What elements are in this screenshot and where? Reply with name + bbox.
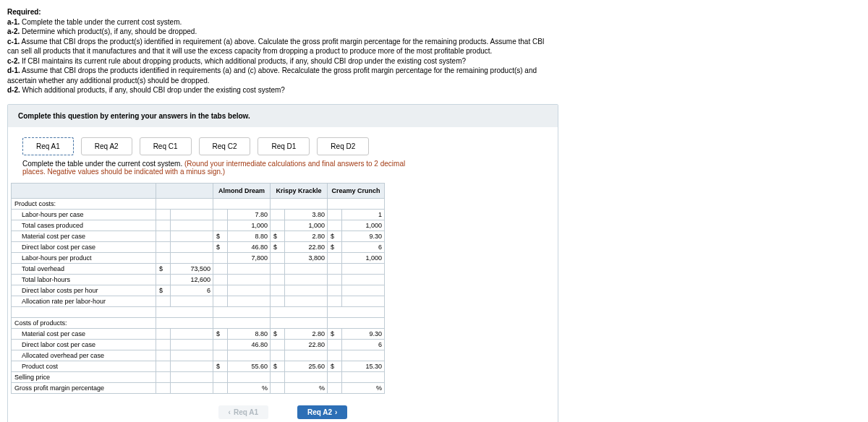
col-creamy: Creamy Crunch [328, 183, 385, 198]
col-krispy: Krispy Krackle [271, 183, 328, 198]
tab-req-d2[interactable]: Req D2 [317, 137, 369, 155]
tab-note: Complete the table under the current cos… [8, 158, 558, 183]
next-button[interactable]: Req A2 › [297, 405, 347, 419]
tab-req-d1[interactable]: Req D1 [258, 137, 310, 155]
prev-button[interactable]: ‹ Req A1 [218, 405, 268, 419]
col-almond: Almond Dream [213, 183, 271, 198]
tab-req-c1[interactable]: Req C1 [140, 137, 192, 155]
tab-req-a2[interactable]: Req A2 [81, 137, 132, 155]
chevron-right-icon: › [335, 408, 337, 416]
tab-req-c2[interactable]: Req C2 [199, 137, 251, 155]
tab-strip: Req A1 Req A2 Req C1 Req C2 Req D1 Req D… [8, 127, 558, 158]
work-area: Complete this question by entering your … [7, 104, 558, 423]
cost-table: Almond Dream Krispy Krackle Creamy Crunc… [11, 183, 385, 394]
chevron-left-icon: ‹ [229, 408, 231, 416]
requirements-block: Required: a-1. Complete the table under … [7, 7, 557, 95]
nav-buttons: ‹ Req A1 Req A2 › [8, 401, 558, 423]
tab-req-a1[interactable]: Req A1 [22, 137, 74, 155]
required-heading: Required: [7, 8, 41, 16]
instruction-bar: Complete this question by entering your … [8, 105, 558, 127]
